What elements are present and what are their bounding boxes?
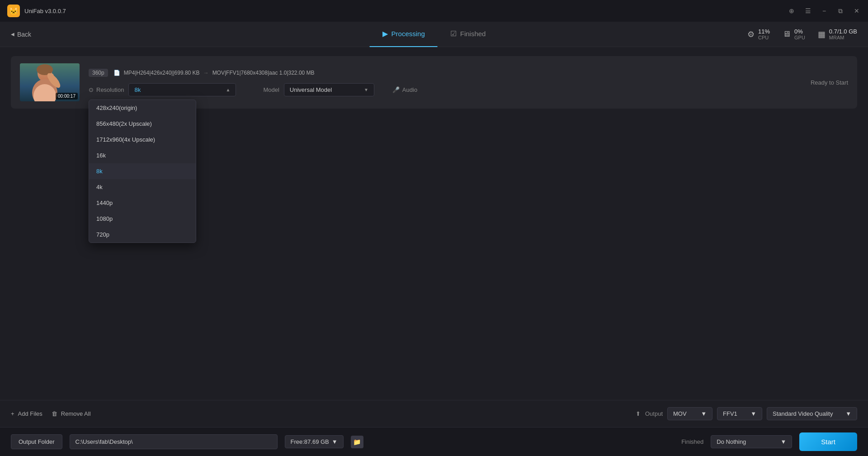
resolution-option-856x480[interactable]: 856x480(2x Upscale): [89, 116, 196, 132]
resolution-option-16k[interactable]: 16k: [89, 147, 196, 163]
disk-free-value: Free:87.69 GB: [291, 438, 329, 445]
resolution-option-1440p[interactable]: 1440p: [89, 195, 196, 211]
resolution-option-8k[interactable]: 8k: [89, 163, 196, 179]
cpu-value: 11%: [758, 28, 770, 35]
gpu-label: GPU: [794, 35, 805, 40]
app-title: UniFab v3.0.0.7: [24, 8, 66, 14]
footer: Output Folder Free:87.69 GB ▼ 📁 Finished…: [0, 427, 868, 456]
trash-icon: 🗑: [52, 410, 57, 417]
cpu-stat: ⚙ 11% CPU: [747, 28, 770, 40]
finished-tab-icon: ☑: [450, 29, 457, 38]
nav-tabs: ▶ Processing ☑ Finished: [370, 22, 499, 47]
resolution-selected-value: 8k: [134, 86, 141, 93]
add-files-icon: +: [11, 410, 14, 417]
chevron-up-icon: ▲: [226, 87, 231, 92]
file-icon: 📄: [113, 70, 120, 76]
disk-free-indicator[interactable]: Free:87.69 GB ▼: [285, 435, 344, 448]
restore-button[interactable]: ⧉: [836, 7, 844, 15]
menu-icon[interactable]: ☰: [804, 7, 812, 15]
gpu-value: 0%: [794, 28, 805, 35]
chevron-down-icon: ▼: [701, 410, 707, 417]
cpu-icon: ⚙: [747, 29, 755, 39]
resolution-option-1080p[interactable]: 1080p: [89, 211, 196, 227]
gpu-stat: 🖥 0% GPU: [783, 28, 805, 40]
file-thumbnail: 00:00:17: [20, 63, 80, 101]
file-resolution-badge: 360p: [89, 69, 108, 77]
format-select[interactable]: MOV ▼: [667, 407, 712, 420]
navbar: Back ▶ Processing ☑ Finished ⚙ 11% CPU 🖥…: [0, 22, 868, 47]
ready-badge: Ready to Start: [811, 79, 848, 86]
app-logo: 🐱: [7, 5, 20, 17]
file-controls: ⊙ Resolution 8k ▲ 428x240(origin) 856x48…: [89, 83, 848, 96]
model-dropdown[interactable]: Universal Model ▼: [284, 83, 374, 96]
model-label: Model: [263, 86, 279, 93]
model-selected-value: Universal Model: [290, 86, 332, 93]
resolution-icon: ⊙: [89, 86, 94, 93]
mram-stat: ▦ 0.7/1.0 GB MRAM: [818, 28, 857, 40]
window-controls: ⊕ ☰ − ⧉ ✕: [788, 7, 861, 15]
thumbnail-duration: 00:00:17: [56, 93, 78, 100]
output-folder-button[interactable]: Output Folder: [11, 434, 62, 449]
minimize-button[interactable]: −: [820, 7, 828, 15]
back-button[interactable]: Back: [11, 31, 31, 38]
action-value: Do Nothing: [717, 438, 746, 445]
audio-control: 🎤 Audio: [392, 86, 417, 93]
remove-all-button[interactable]: 🗑 Remove All: [52, 410, 91, 417]
add-files-button[interactable]: + Add Files: [11, 410, 42, 417]
tab-processing[interactable]: ▶ Processing: [370, 22, 438, 47]
system-stats: ⚙ 11% CPU 🖥 0% GPU ▦ 0.7/1.0 GB MRAM: [747, 28, 857, 40]
processing-tab-icon: ▶: [382, 29, 388, 38]
resolution-control: ⊙ Resolution 8k ▲ 428x240(origin) 856x48…: [89, 83, 236, 96]
tab-finished[interactable]: ☑ Finished: [438, 22, 499, 47]
chevron-down-icon: ▼: [332, 438, 338, 445]
resolution-label: ⊙ Resolution: [89, 86, 124, 93]
output-section: ⬆ Output MOV ▼ FFV1 ▼ Standard Video Qua…: [636, 407, 857, 420]
resolution-option-720p[interactable]: 720p: [89, 227, 196, 242]
format-value: MOV: [673, 410, 687, 417]
arrow-icon: →: [203, 70, 209, 76]
mram-value: 0.7/1.0 GB: [829, 28, 857, 35]
output-label-icon: ⬆: [636, 410, 641, 417]
file-meta-row: 360p 📄 MP4|H264|426x240||699.80 KB → MOV…: [89, 69, 848, 77]
start-button[interactable]: Start: [799, 432, 857, 451]
mram-icon: ▦: [818, 29, 826, 39]
titlebar: 🐱 UniFab v3.0.0.7 ⊕ ☰ − ⧉ ✕: [0, 0, 868, 22]
chevron-down-icon: ▼: [750, 410, 756, 417]
codec-value: FFV1: [723, 410, 737, 417]
chevron-down-icon: ▼: [845, 410, 851, 417]
file-path: 📄 MP4|H264|426x240||699.80 KB → MOV|FFV1…: [113, 70, 315, 76]
after-finish-action-select[interactable]: Do Nothing ▼: [711, 435, 792, 448]
bookmark-icon[interactable]: ⊕: [788, 7, 796, 15]
finished-label: Finished: [681, 438, 703, 445]
resolution-option-428x240[interactable]: 428x240(origin): [89, 100, 196, 116]
resolution-dropdown-menu: 428x240(origin) 856x480(2x Upscale) 1712…: [89, 100, 196, 243]
quality-select[interactable]: Standard Video Quality ▼: [767, 407, 857, 420]
codec-select[interactable]: FFV1 ▼: [717, 407, 762, 420]
resolution-option-4k[interactable]: 4k: [89, 179, 196, 195]
file-item: 00:00:17 360p 📄 MP4|H264|426x240||699.80…: [11, 56, 857, 109]
file-info: 360p 📄 MP4|H264|426x240||699.80 KB → MOV…: [89, 69, 848, 96]
resolution-dropdown[interactable]: 8k ▲: [128, 83, 236, 96]
main-content: 00:00:17 360p 📄 MP4|H264|426x240||699.80…: [0, 47, 868, 391]
model-control: Model Universal Model ▼: [263, 83, 374, 96]
output-label: Output: [645, 410, 663, 417]
chevron-down-icon: ▼: [780, 438, 786, 445]
audio-icon: 🎤: [392, 86, 400, 93]
output-path-input[interactable]: [70, 434, 278, 449]
mram-label: MRAM: [829, 35, 857, 40]
cpu-label: CPU: [758, 35, 770, 40]
audio-label: 🎤 Audio: [392, 86, 417, 93]
browse-folder-button[interactable]: 📁: [351, 436, 363, 448]
resolution-option-1712x960[interactable]: 1712x960(4x Upscale): [89, 132, 196, 147]
quality-value: Standard Video Quality: [773, 410, 833, 417]
gpu-icon: 🖥: [783, 29, 791, 39]
bottom-toolbar: + Add Files 🗑 Remove All ⬆ Output MOV ▼ …: [0, 400, 868, 427]
close-button[interactable]: ✕: [853, 7, 861, 15]
chevron-down-icon: ▼: [364, 87, 368, 92]
